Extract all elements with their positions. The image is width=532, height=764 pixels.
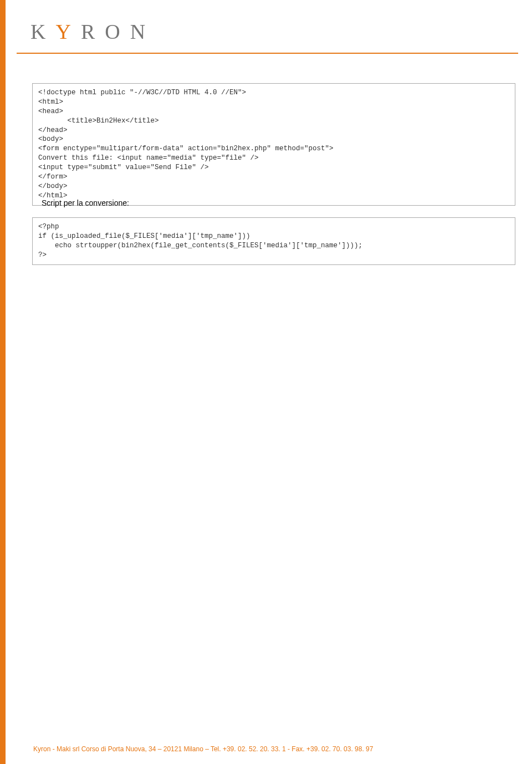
header-divider	[17, 53, 518, 54]
footer-text: Kyron - Maki srl Corso di Porta Nuova, 3…	[33, 745, 373, 753]
code-block-php: <?php if (is_uploaded_file($_FILES['medi…	[32, 217, 515, 265]
logo: KYRON	[30, 19, 502, 44]
logo-text-post: RON	[81, 20, 155, 43]
logo-text-y: Y	[55, 20, 80, 43]
left-accent-bar	[0, 0, 6, 764]
section-caption: Script per la conversione:	[42, 198, 129, 207]
code-block-html: <!doctype html public "-//W3C//DTD HTML …	[32, 83, 515, 206]
logo-text-pre: K	[30, 20, 55, 43]
